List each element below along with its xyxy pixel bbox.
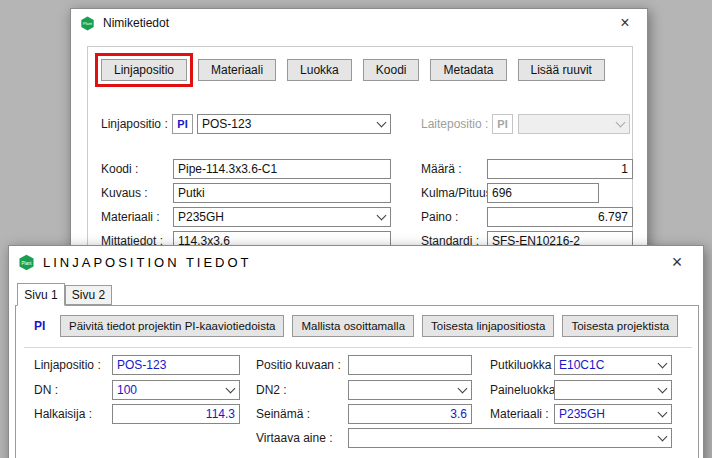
putkiluokka-combobox[interactable]: E10C1C <box>554 355 672 375</box>
mallista-osoittamalla-button[interactable]: Mallista osoittamalla <box>292 315 414 337</box>
paineluokka-combobox[interactable] <box>554 380 672 400</box>
paineluokka-label: Paineluokka : <box>490 383 562 397</box>
tab-sivu-1[interactable]: Sivu 1 <box>17 283 65 306</box>
tab-button-linjapositio[interactable]: Linjapositio <box>101 59 187 81</box>
dn2-label: DN2 : <box>256 383 287 397</box>
laitepositio-combobox <box>518 114 630 134</box>
materiaali-label: Materiaali : <box>490 407 549 421</box>
kuvaus-label: Kuvaus : <box>101 186 148 200</box>
seinama-input[interactable] <box>348 404 472 424</box>
paivita-pi-kaaviotiedoista-button[interactable]: Päivitä tiedot projektin PI-kaaviotiedoi… <box>60 315 284 337</box>
kuvaus-input[interactable] <box>173 183 391 203</box>
chevron-down-icon[interactable] <box>373 208 390 226</box>
close-icon[interactable]: × <box>611 12 639 34</box>
chevron-down-icon[interactable] <box>222 381 239 399</box>
tab-button-metadata[interactable]: Metadata <box>430 59 506 81</box>
chevron-down-icon[interactable] <box>454 381 471 399</box>
svg-text:Plant: Plant <box>83 21 93 26</box>
linjapositio-label: Linjapositio : <box>34 358 101 372</box>
materiaali-label: Materiaali : <box>101 210 160 224</box>
tab-sivu-2[interactable]: Sivu 2 <box>65 285 112 305</box>
dn-label: DN : <box>34 383 58 397</box>
putkiluokka-value: E10C1C <box>555 356 654 374</box>
chevron-down-icon[interactable] <box>654 429 671 447</box>
nimiketiedot-titlebar[interactable]: Plant Nimiketiedot <box>71 9 647 37</box>
linjapositio-input[interactable] <box>112 355 240 375</box>
chevron-down-icon[interactable] <box>654 405 671 423</box>
tab-button-row: Linjapositio Materiaali Luokka Koodi Met… <box>101 59 605 81</box>
dn-value: 100 <box>113 381 222 399</box>
action-button-row: Päivitä tiedot projektin PI-kaaviotiedoi… <box>60 315 678 337</box>
materiaali-combobox[interactable]: P235GH <box>554 404 672 424</box>
pi-badge[interactable]: PI <box>172 114 193 134</box>
chevron-down-icon <box>612 115 629 133</box>
virtaava-aine-combobox[interactable] <box>348 428 672 448</box>
materiaali-value: P235GH <box>174 208 373 226</box>
dn-combobox[interactable]: 100 <box>112 380 240 400</box>
positio-kuvaan-input[interactable] <box>348 355 472 375</box>
plant-logo-icon: Plant <box>18 254 35 271</box>
laitepositio-value <box>519 115 612 133</box>
toisesta-projektista-button[interactable]: Toisesta projektista <box>562 315 678 337</box>
chevron-down-icon[interactable] <box>373 115 390 133</box>
tab-button-koodi[interactable]: Koodi <box>363 59 420 81</box>
toisesta-linjapositiosta-button[interactable]: Toisesta linjapositiosta <box>422 315 554 337</box>
screenshot-canvas: { "window_background": "#b5b5b5", "color… <box>0 0 712 458</box>
materiaali-value: P235GH <box>555 405 654 423</box>
plant-logo-icon: Plant <box>80 16 95 31</box>
chevron-down-icon[interactable] <box>654 381 671 399</box>
pi-label: PI <box>34 319 45 333</box>
materiaali-combobox[interactable]: P235GH <box>173 207 391 227</box>
positio-kuvaan-label: Positio kuvaan : <box>256 358 341 372</box>
tab-button-materiaali[interactable]: Materiaali <box>198 59 276 81</box>
separator <box>24 347 692 348</box>
putkiluokka-label: Putkiluokka : <box>490 358 558 372</box>
svg-text:Plant: Plant <box>21 260 32 265</box>
kulma-pituus-input[interactable] <box>487 183 599 203</box>
laitepositio-label: Laitepositio : <box>421 117 488 131</box>
close-icon[interactable]: × <box>663 251 691 273</box>
dialog-title: Nimiketiedot <box>103 16 169 30</box>
koodi-input[interactable] <box>173 159 391 179</box>
maara-input[interactable] <box>487 159 633 179</box>
halkaisija-label: Halkaisija : <box>34 407 92 421</box>
dn2-combobox[interactable] <box>348 380 472 400</box>
maara-label: Määrä : <box>421 162 462 176</box>
paino-input[interactable] <box>487 207 633 227</box>
tab-page-sivu-1: PI Päivitä tiedot projektin PI-kaaviotie… <box>15 305 699 458</box>
virtaava-aine-label: Virtaava aine : <box>256 431 333 445</box>
paino-label: Paino : <box>421 210 458 224</box>
paineluokka-value <box>555 381 654 399</box>
virtaava-aine-value <box>349 429 654 447</box>
tab-button-lisaa-ruuvit[interactable]: Lisää ruuvit <box>518 59 605 81</box>
halkaisija-input[interactable] <box>112 404 240 424</box>
chevron-down-icon[interactable] <box>654 356 671 374</box>
nimiketiedot-dialog: Plant Nimiketiedot × Linjapositio Materi… <box>70 8 648 258</box>
koodi-label: Koodi : <box>101 162 138 176</box>
pi-badge-disabled: PI <box>492 114 513 134</box>
linjaposition-titlebar[interactable]: Plant LINJAPOSITION TIEDOT <box>9 246 703 278</box>
dn2-value <box>349 381 454 399</box>
linjapositio-label: Linjapositio : <box>101 117 168 131</box>
dialog-title: LINJAPOSITION TIEDOT <box>43 255 252 270</box>
linjapositio-value: POS-123 <box>198 115 373 133</box>
tab-button-luokka[interactable]: Luokka <box>287 59 352 81</box>
seinama-label: Seinämä : <box>256 407 310 421</box>
linjaposition-tiedot-dialog: Plant LINJAPOSITION TIEDOT × Sivu 1 Sivu… <box>8 245 704 458</box>
linjapositio-combobox[interactable]: POS-123 <box>197 114 391 134</box>
